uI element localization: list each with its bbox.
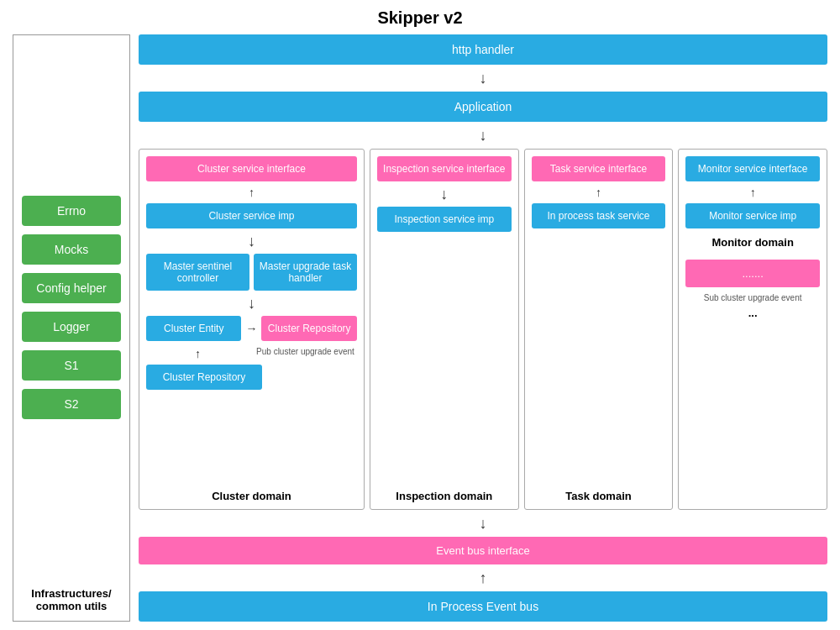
monitor-inner: Monitor service interface ↑ Monitor serv… xyxy=(685,156,820,319)
sidebar-footer-label: Infrastructures/ common utils xyxy=(22,579,121,612)
arrow-event-bus-interface-to-process: ↑ xyxy=(139,570,827,585)
cluster-controllers-row: Master sentinel controller Master upgrad… xyxy=(146,254,357,291)
sub-event-text: Sub cluster upgrade event xyxy=(685,293,820,302)
inspection-domain-label: Inspection domain xyxy=(377,486,512,502)
monitor-service-interface: Monitor service interface xyxy=(685,156,820,181)
page: Skipper v2 Errno Mocks Config helper Log… xyxy=(0,0,840,630)
master-sentinel-controller: Master sentinel controller xyxy=(146,254,249,291)
master-upgrade-task-handler: Master upgrade task handler xyxy=(254,254,357,291)
arrow-down-cluster-imp: ↓ xyxy=(146,234,357,249)
diagram-area: http handler ↓ Application ↓ Cluster ser… xyxy=(139,34,827,622)
inspection-domain-box: Inspection service interface ↓ Inspectio… xyxy=(370,149,519,510)
arrow-http-to-app: ↓ xyxy=(139,71,827,86)
sidebar-item-mocks[interactable]: Mocks xyxy=(22,234,121,265)
monitor-domain-label: Monitor domain xyxy=(685,233,820,249)
http-handler-box: http handler xyxy=(139,34,827,65)
task-domain-label: Task domain xyxy=(532,486,666,502)
arrow-up-cluster-repo: ↑ xyxy=(146,347,249,360)
sidebar: Errno Mocks Config helper Logger S1 S2 I… xyxy=(13,34,130,622)
cluster-service-imp: Cluster service imp xyxy=(146,203,357,228)
cluster-entity-repo-row: Cluster Entity → Cluster Repository xyxy=(146,316,357,341)
main-content: Errno Mocks Config helper Logger S1 S2 I… xyxy=(13,34,827,622)
cluster-domain-box: Cluster service interface ↑ Cluster serv… xyxy=(139,149,365,510)
cluster-entity: Cluster Entity xyxy=(146,316,241,341)
arrow-inspection-interface-to-imp: ↓ xyxy=(377,186,512,202)
application-box: Application xyxy=(139,92,827,122)
arrow-up-task-interface: ↑ xyxy=(532,186,666,199)
arrow-up-monitor-interface: ↑ xyxy=(685,186,820,199)
inspection-inner: Inspection service interface ↓ Inspectio… xyxy=(377,156,512,232)
in-process-event-bus: In Process Event bus xyxy=(139,591,827,622)
domains-row: Cluster service interface ↑ Cluster serv… xyxy=(139,149,827,510)
inspection-service-imp: Inspection service imp xyxy=(377,207,512,232)
event-bus-interface: Event bus interface xyxy=(139,537,827,564)
cluster-inner: Cluster service interface ↑ Cluster serv… xyxy=(146,156,357,390)
task-inner: Task service interface ↑ In process task… xyxy=(532,156,666,228)
monitor-domain-box: Monitor service interface ↑ Monitor serv… xyxy=(678,149,827,510)
page-title: Skipper v2 xyxy=(13,8,827,28)
inspection-service-interface: Inspection service interface xyxy=(377,156,512,181)
sidebar-item-s1[interactable]: S1 xyxy=(22,350,121,381)
arrow-app-to-domains: ↓ xyxy=(139,128,827,143)
in-process-task-service: In process task service xyxy=(532,203,666,228)
sidebar-item-errno[interactable]: Errno xyxy=(22,196,121,226)
sidebar-item-s2[interactable]: S2 xyxy=(22,389,121,419)
arrow-down-to-cluster-entity: ↓ xyxy=(146,296,357,311)
pub-event-text: Pub cluster upgrade event xyxy=(254,347,357,356)
task-service-interface: Task service interface xyxy=(532,156,666,181)
ellipsis-label: ... xyxy=(685,307,820,319)
task-domain-box: Task service interface ↑ In process task… xyxy=(524,149,674,510)
sidebar-items: Errno Mocks Config helper Logger S1 S2 xyxy=(22,44,121,570)
cluster-repository-bottom: Cluster Repository xyxy=(146,365,262,390)
arrow-up-cluster-interface: ↑ xyxy=(146,186,357,199)
sidebar-item-config-helper[interactable]: Config helper xyxy=(22,273,121,303)
sidebar-item-logger[interactable]: Logger xyxy=(22,312,121,342)
monitor-service-imp: Monitor service imp xyxy=(685,203,820,228)
arrow-entity-to-repo: → xyxy=(245,322,257,335)
cluster-repository-main: Cluster Repository xyxy=(261,316,356,341)
cluster-service-interface: Cluster service interface xyxy=(146,156,357,181)
arrow-domains-to-event-bus: ↓ xyxy=(139,516,827,531)
monitor-dots: ....... xyxy=(685,260,820,287)
cluster-domain-label: Cluster domain xyxy=(146,486,357,502)
